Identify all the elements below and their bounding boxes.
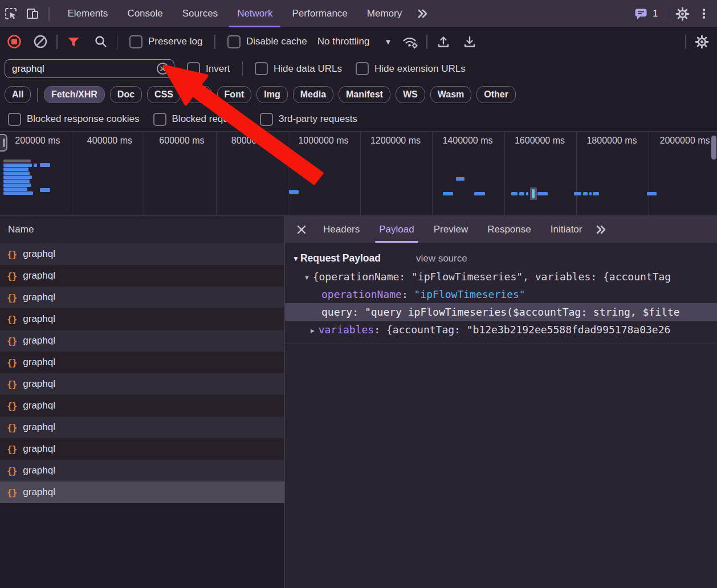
key-separator: : [374, 324, 386, 336]
chevron-double-right-icon [414, 6, 430, 21]
type-chip-css[interactable]: CSS [147, 86, 181, 103]
funnel-filter-icon [66, 34, 81, 49]
request-name: graphql [23, 465, 55, 476]
more-filters-row: Blocked response cookiesBlocked requests… [0, 107, 717, 131]
tab-performance[interactable]: Performance [282, 0, 357, 27]
request-name: graphql [23, 443, 55, 455]
device-toolbar-button[interactable] [22, 2, 43, 25]
request-row[interactable]: {}graphql [0, 416, 284, 438]
request-row[interactable]: {}graphql [0, 330, 284, 352]
expander-icon[interactable]: ▼ [292, 255, 299, 263]
tab-console[interactable]: Console [117, 0, 172, 27]
preserve-log-checkbox[interactable]: Preserve log [129, 35, 202, 48]
view-source-link[interactable]: view source [416, 253, 467, 264]
request-row[interactable]: {}graphql [0, 287, 284, 308]
detail-tab-preview[interactable]: Preview [424, 217, 478, 243]
type-chip-ws[interactable]: WS [396, 86, 425, 103]
network-settings-button[interactable] [691, 30, 712, 53]
devtools-window: ElementsConsoleSourcesNetworkPerformance… [0, 0, 717, 588]
tab-network[interactable]: Network [227, 0, 282, 27]
request-row[interactable]: {}graphql [0, 373, 284, 395]
payload-key: operationName [321, 288, 402, 300]
detail-tab-response[interactable]: Response [478, 217, 541, 243]
network-conditions-button[interactable] [400, 30, 421, 53]
request-row[interactable]: {}graphql [0, 395, 284, 416]
type-chip-img[interactable]: Img [256, 86, 287, 103]
request-row[interactable]: {}graphql [0, 352, 284, 373]
import-har-button[interactable] [433, 30, 454, 53]
payload-view: ▼ Request Payload view source ▼{operatio… [285, 243, 717, 344]
timeline-request-bar [289, 190, 299, 194]
type-chip-font[interactable]: Font [217, 86, 252, 103]
request-name: graphql [23, 357, 55, 368]
type-chip-fetch-xhr[interactable]: Fetch/XHR [44, 86, 105, 103]
throttling-select[interactable]: No throttling ▼ [317, 36, 392, 47]
issues-count: 1 [653, 8, 658, 19]
request-row[interactable]: {}graphql [0, 460, 284, 481]
request-row[interactable]: {}graphql [0, 481, 284, 503]
payload-variables-line[interactable]: ▶variables: {accountTag: "b12e3b2192ee55… [285, 321, 717, 338]
type-chip-js[interactable]: JS [186, 86, 212, 103]
hide-data-urls-checkbox[interactable]: Hide data URLs [255, 62, 342, 75]
timeline-request-bar [526, 192, 528, 195]
more-options-button[interactable] [693, 2, 715, 25]
request-row[interactable]: {}graphql [0, 438, 284, 460]
type-chip-media[interactable]: Media [293, 86, 333, 103]
more-detail-tabs-button[interactable] [593, 222, 609, 237]
filter-checkbox-blocked-response-cookies[interactable]: Blocked response cookies [8, 113, 140, 126]
toolbar-divider [426, 35, 427, 49]
request-row[interactable]: {}graphql [0, 243, 284, 265]
clear-network-log-button[interactable] [30, 30, 51, 53]
network-overview-timeline[interactable]: 200000 ms400000 ms600000 ms800000 ms1000… [0, 131, 717, 216]
name-column-header[interactable]: Name [0, 216, 284, 243]
request-detail-panel: HeadersPayloadPreviewResponseInitiator ▼… [285, 216, 717, 588]
payload-query-line-selected[interactable]: query: "query ipFlowTimeseries($accountT… [285, 303, 717, 321]
type-chip-doc[interactable]: Doc [110, 86, 142, 103]
type-chip-manifest[interactable]: Manifest [339, 86, 390, 103]
timeline-request-bar [3, 160, 31, 162]
request-row[interactable]: {}graphql [0, 308, 284, 330]
filter-checkbox-3rd-party-requests[interactable]: 3rd-party requests [260, 113, 357, 126]
payload-root-line[interactable]: ▼{operationName: "ipFlowTimeseries", var… [285, 268, 717, 285]
request-name: graphql [23, 248, 55, 260]
payload-operation-name-line[interactable]: operationName: "ipFlowTimeseries" [285, 285, 717, 303]
settings-button[interactable] [671, 2, 693, 25]
filter-checkbox-blocked-requests[interactable]: Blocked requests [153, 113, 246, 126]
payload-key: query [321, 306, 352, 318]
timeline-request-bar [537, 192, 548, 195]
timeline-scrollbar-thumb[interactable] [711, 136, 716, 160]
request-row[interactable]: {}graphql [0, 265, 284, 287]
detail-tab-initiator[interactable]: Initiator [541, 217, 592, 243]
filter-toggle-button[interactable] [63, 30, 84, 53]
main-tab-bar: ElementsConsoleSourcesNetworkPerformance… [0, 0, 717, 28]
tab-memory[interactable]: Memory [357, 0, 412, 27]
export-har-button[interactable] [459, 30, 480, 53]
close-x-icon [295, 223, 308, 236]
more-tabs-button[interactable] [412, 2, 433, 25]
json-request-icon: {} [7, 444, 17, 455]
search-button[interactable] [90, 30, 112, 53]
timeline-request-bar [3, 172, 30, 175]
clear-filter-button[interactable] [156, 62, 169, 75]
tab-elements[interactable]: Elements [58, 0, 118, 27]
timeline-request-bar [511, 192, 518, 195]
tab-sources[interactable]: Sources [173, 0, 227, 27]
inspect-element-button[interactable] [0, 2, 22, 25]
type-chip-wasm[interactable]: Wasm [430, 86, 472, 103]
issues-button[interactable]: 1 [631, 6, 660, 22]
type-chip-other[interactable]: Other [476, 86, 516, 103]
detail-tab-headers[interactable]: Headers [313, 217, 369, 243]
expander-icon[interactable]: ▶ [311, 327, 315, 334]
filter-input[interactable] [11, 63, 156, 75]
hide-extension-urls-checkbox[interactable]: Hide extension URLs [356, 62, 466, 75]
timeline-left-handle[interactable] [0, 134, 7, 152]
detail-tab-payload[interactable]: Payload [369, 217, 423, 243]
record-network-log-button[interactable] [3, 30, 25, 53]
type-chip-all[interactable]: All [5, 86, 31, 103]
timeline-request-bar [3, 175, 32, 179]
invert-checkbox[interactable]: Invert [187, 62, 230, 75]
close-detail-button[interactable] [295, 223, 308, 236]
expander-icon[interactable]: ▼ [305, 274, 309, 281]
disable-cache-checkbox[interactable]: Disable cache [227, 35, 307, 48]
toolbar-divider [214, 35, 215, 49]
